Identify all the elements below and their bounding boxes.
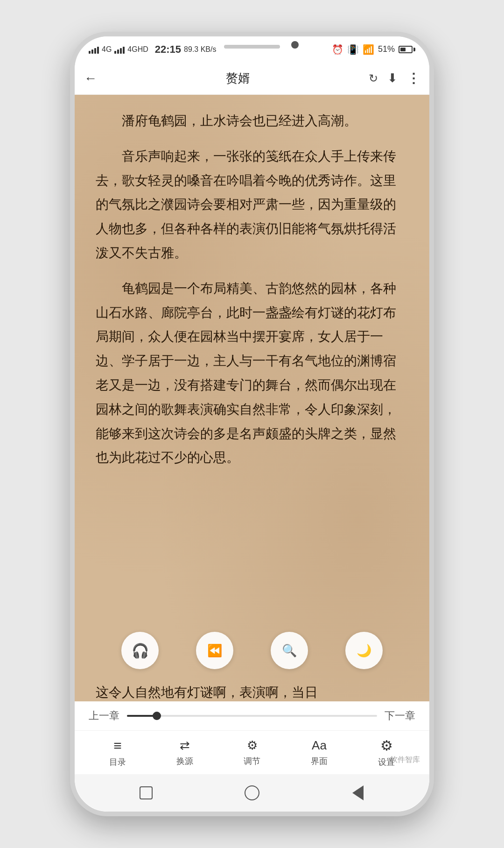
settings-icon: ⚙	[380, 737, 393, 754]
toc-icon: ≡	[113, 738, 122, 754]
paragraph-2: 音乐声响起来，一张张的笺纸在众人手上传来传去，歌女轻灵的嗓音在吟唱着今晚的优秀诗…	[96, 144, 408, 265]
back-nav-button[interactable]	[346, 781, 370, 805]
night-mode-button[interactable]: 🌙	[345, 632, 383, 669]
signal-bars-4ghd	[114, 45, 125, 54]
paragraph-1: 潘府龟鹤园，止水诗会也已经进入高潮。	[96, 109, 408, 133]
back-button[interactable]: ←	[84, 71, 107, 86]
speed-display: 89.3 KB/s	[184, 45, 216, 54]
progress-bar[interactable]	[127, 715, 377, 717]
battery-icon	[399, 46, 415, 53]
interface-button[interactable]: Aa 界面	[311, 738, 328, 767]
time-display: 22:15	[155, 43, 181, 56]
reading-text: 潘府龟鹤园，止水诗会也已经进入高潮。 音乐声响起来，一张张的笺纸在众人手上传来传…	[75, 95, 429, 627]
phone-inner: 4G 4GHD 22:15 89.3 KB/s ⏰ 📳 📶 51%	[75, 36, 429, 812]
switch-label: 换源	[176, 756, 193, 767]
phone-camera	[291, 41, 299, 49]
app-header: ← 赘婿 ↻ ⬇ ⋮	[75, 62, 429, 95]
adjust-button[interactable]: ⚙ 调节	[244, 738, 260, 767]
chapter-nav: 上一章 下一章	[75, 701, 429, 730]
network2-label: 4GHD	[127, 45, 148, 54]
reading-area[interactable]: 潘府龟鹤园，止水诗会也已经进入高潮。 音乐声响起来，一张张的笺纸在众人手上传来传…	[75, 95, 429, 701]
alarm-icon: ⏰	[332, 44, 343, 55]
phone-notch	[224, 45, 280, 49]
progress-dot	[153, 712, 161, 720]
watermark-text: 软件智库	[390, 755, 420, 765]
floating-buttons: 🎧 ⏪ 🔍 🌙	[75, 627, 429, 676]
switch-source-button[interactable]: ⇄ 换源	[176, 738, 193, 767]
phone-frame: 4G 4GHD 22:15 89.3 KB/s ⏰ 📳 📶 51%	[70, 32, 434, 816]
recents-button[interactable]	[134, 781, 158, 805]
audio-button[interactable]: 🎧	[121, 632, 159, 669]
toc-label: 目录	[109, 756, 126, 768]
download-button[interactable]: ⬇	[387, 71, 398, 85]
refresh-button[interactable]: ↻	[369, 72, 378, 85]
adjust-label: 调节	[244, 756, 260, 767]
toolbar: ≡ 目录 ⇄ 换源 ⚙ 调节 Aa 界面 ⚙ 设置	[75, 730, 429, 774]
more-button[interactable]: ⋮	[407, 71, 420, 86]
toc-button[interactable]: ≡ 目录	[109, 738, 126, 768]
battery-pct: 51%	[378, 44, 395, 54]
watermark: 软件智库	[390, 755, 420, 765]
nav-bar	[75, 774, 429, 812]
status-left: 4G 4GHD 22:15 89.3 KB/s	[89, 43, 216, 56]
partial-text: 这令人自然地有灯谜啊，表演啊，当日	[75, 676, 429, 701]
back-nav-icon	[352, 785, 364, 800]
wifi-icon: 📶	[363, 44, 374, 55]
bottom-controls: 上一章 下一章 ≡ 目录 ⇄ 换源 ⚙ 调节	[75, 701, 429, 774]
next-chapter-button[interactable]: 下一章	[385, 709, 415, 723]
headphone-icon: 🎧	[132, 643, 149, 659]
status-bar: 4G 4GHD 22:15 89.3 KB/s ⏰ 📳 📶 51%	[75, 36, 429, 62]
home-icon	[245, 785, 259, 800]
search-button[interactable]: 🔍	[271, 632, 308, 669]
back-track-icon: ⏪	[207, 643, 222, 658]
network-label: 4G	[102, 45, 112, 54]
paragraph-3: 龟鹤园是一个布局精美、古韵悠然的园林，各种山石水路、廊院亭台，此时一盏盏绘有灯谜…	[96, 276, 408, 470]
prev-chapter-button[interactable]: 上一章	[89, 709, 119, 723]
book-title: 赘婿	[107, 70, 369, 86]
home-button[interactable]	[240, 781, 264, 805]
recents-icon	[140, 786, 153, 799]
vibrate-icon: 📳	[347, 44, 359, 55]
interface-label: 界面	[311, 756, 328, 767]
header-icons: ↻ ⬇ ⋮	[369, 71, 420, 86]
signal-bars-4g	[89, 45, 99, 54]
search-refresh-icon: 🔍	[282, 643, 297, 658]
status-right: ⏰ 📳 📶 51%	[332, 44, 415, 55]
switch-icon: ⇄	[180, 738, 190, 753]
interface-icon: Aa	[312, 738, 327, 753]
adjust-icon: ⚙	[247, 738, 258, 753]
back-track-button[interactable]: ⏪	[196, 632, 233, 669]
moon-icon: 🌙	[357, 643, 371, 658]
back-icon: ←	[84, 71, 97, 86]
